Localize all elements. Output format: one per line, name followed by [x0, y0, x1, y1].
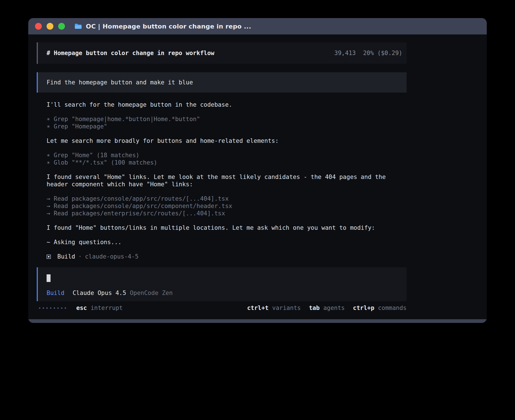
- input-model-label[interactable]: Claude Opus 4.5: [73, 290, 126, 296]
- tool-call-read: → Read packages/console/app/src/componen…: [47, 202, 407, 210]
- agent-model: claude-opus-4-5: [85, 253, 139, 260]
- tool-call-grep: ∗ Grep "Homepage": [47, 123, 407, 130]
- tool-call-grep: ∗ Grep "homepage|home.*button|Home.*butt…: [47, 115, 407, 123]
- esc-key: esc: [76, 305, 87, 311]
- input-agent-label[interactable]: Build: [47, 290, 64, 296]
- agent-name: Build: [57, 253, 75, 260]
- user-message: Find the homepage button and make it blu…: [37, 72, 407, 93]
- tool-call-read: → Read packages/enterprise/src/routes/[.…: [47, 210, 407, 217]
- assistant-text: I found "Home" buttons/links in multiple…: [47, 224, 407, 231]
- text-cursor: [47, 274, 51, 282]
- window-bottom-edge: [28, 319, 487, 323]
- assistant-text: I found several "Home" links. Let me loo…: [47, 173, 407, 188]
- user-message-text: Find the homepage button and make it blu…: [47, 79, 193, 86]
- asking-status: ~ Asking questions...: [47, 239, 407, 246]
- context-cost: 20% ($0.29): [363, 50, 402, 56]
- shortcut-variants: ctrl+t variants: [247, 305, 301, 311]
- token-count: 39,413: [334, 50, 356, 56]
- input-provider-label: OpenCode Zen: [130, 290, 173, 296]
- spinner-dots: [39, 307, 68, 309]
- session-title: # Homepage button color change in repo w…: [47, 50, 214, 56]
- shortcut-agents: tab agents: [309, 305, 345, 311]
- tool-call-glob: ∗ Glob "**/*.tsx" (100 matches): [47, 159, 407, 166]
- terminal-content: # Homepage button color change in repo w…: [28, 34, 407, 312]
- zoom-button[interactable]: [58, 23, 65, 30]
- conversation: I'll search for the homepage button in t…: [37, 101, 407, 260]
- status-bar-right: ctrl+t variants tab agents ctrl+p comman…: [247, 305, 407, 311]
- assistant-text: Let me search more broadly for buttons a…: [47, 137, 407, 145]
- terminal-window: OC | Homepage button color change in rep…: [28, 18, 487, 323]
- session-header: # Homepage button color change in repo w…: [37, 42, 407, 64]
- agent-icon: [47, 255, 51, 259]
- separator-dot: ·: [78, 253, 82, 260]
- shortcut-commands: ctrl+p commands: [353, 305, 407, 311]
- input-meta: Build Claude Opus 4.5 OpenCode Zen: [47, 290, 173, 296]
- esc-label: interrupt: [91, 305, 123, 311]
- titlebar-title-group: OC | Homepage button color change in rep…: [74, 23, 251, 30]
- prompt-input[interactable]: Build Claude Opus 4.5 OpenCode Zen: [37, 267, 407, 301]
- session-stats: 39,413 20% ($0.29): [334, 50, 402, 56]
- window-title: OC | Homepage button color change in rep…: [86, 23, 251, 30]
- assistant-text: I'll search for the homepage button in t…: [47, 101, 407, 108]
- agent-status: Build · claude-opus-4-5: [47, 253, 407, 260]
- folder-icon: [74, 23, 82, 29]
- tool-call-grep: ∗ Grep "Home" (18 matches): [47, 152, 407, 159]
- tool-call-read: → Read packages/console/app/src/routes/[…: [47, 195, 407, 202]
- titlebar[interactable]: OC | Homepage button color change in rep…: [28, 18, 487, 34]
- status-bar-left: esc interrupt: [37, 305, 123, 311]
- minimize-button[interactable]: [47, 23, 53, 30]
- status-bar: esc interrupt ctrl+t variants tab agents…: [37, 304, 407, 312]
- close-button[interactable]: [35, 23, 42, 30]
